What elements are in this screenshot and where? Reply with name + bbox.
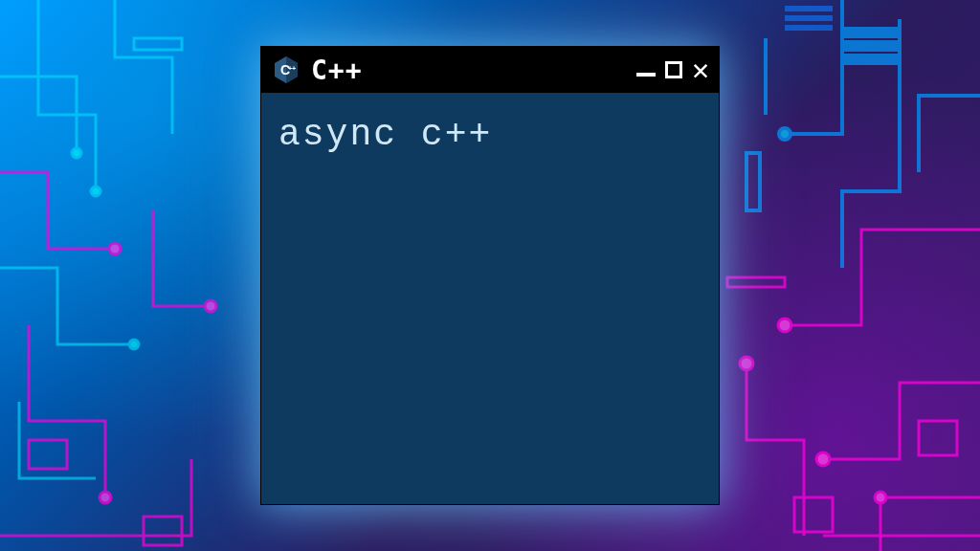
maximize-button[interactable]: [665, 61, 682, 78]
svg-rect-12: [746, 153, 760, 210]
window-controls: ✕: [636, 55, 709, 84]
window-title: C++: [311, 55, 627, 86]
svg-rect-18: [794, 497, 833, 532]
minimize-icon: [636, 73, 656, 77]
svg-point-5: [100, 492, 111, 503]
window-body[interactable]: async c++: [261, 93, 719, 504]
svg-point-14: [778, 319, 791, 332]
svg-rect-22: [785, 15, 833, 21]
svg-text:++: ++: [288, 65, 296, 72]
svg-point-6: [205, 300, 216, 312]
svg-point-16: [740, 357, 753, 370]
terminal-text: async c++: [278, 114, 702, 155]
terminal-window: C ++ C++ ✕ async c++: [260, 46, 720, 505]
svg-point-13: [779, 128, 791, 140]
svg-point-17: [875, 492, 886, 503]
svg-rect-11: [842, 55, 900, 63]
svg-point-4: [109, 243, 121, 254]
svg-point-0: [91, 187, 100, 196]
svg-rect-9: [842, 29, 900, 36]
svg-rect-23: [785, 25, 833, 31]
svg-point-15: [816, 452, 830, 466]
svg-rect-7: [29, 440, 67, 469]
close-icon: ✕: [692, 55, 709, 84]
svg-point-1: [72, 148, 81, 158]
svg-rect-3: [134, 38, 182, 50]
svg-rect-21: [785, 6, 833, 11]
svg-rect-20: [727, 277, 785, 287]
minimize-button[interactable]: [636, 63, 656, 77]
svg-rect-10: [842, 42, 900, 50]
svg-point-2: [129, 340, 139, 349]
close-button[interactable]: ✕: [692, 55, 709, 84]
maximize-icon: [665, 61, 682, 78]
svg-rect-19: [919, 421, 957, 455]
titlebar[interactable]: C ++ C++ ✕: [261, 47, 719, 93]
cpp-logo-icon: C ++: [271, 55, 301, 85]
svg-rect-8: [144, 517, 182, 545]
